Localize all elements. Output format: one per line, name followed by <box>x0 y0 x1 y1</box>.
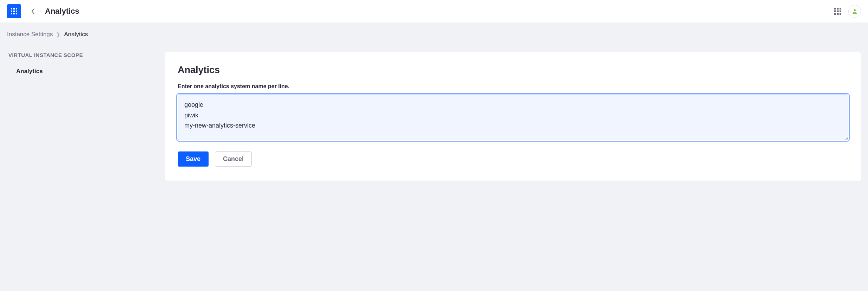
cancel-button[interactable]: Cancel <box>215 151 252 167</box>
logo-grid-icon <box>10 7 18 15</box>
svg-rect-1 <box>13 8 15 9</box>
svg-rect-15 <box>834 13 836 15</box>
svg-rect-10 <box>837 8 839 9</box>
product-logo[interactable] <box>7 4 21 18</box>
svg-rect-7 <box>13 13 15 14</box>
apps-menu-button[interactable] <box>834 7 842 15</box>
user-avatar-button[interactable] <box>848 5 861 18</box>
main-layout: VIRTUAL INSTANCE SCOPE Analytics Analyti… <box>7 52 861 181</box>
svg-rect-17 <box>840 13 841 15</box>
svg-point-18 <box>854 9 856 11</box>
svg-rect-9 <box>834 8 836 9</box>
svg-rect-5 <box>16 11 17 12</box>
topbar-right <box>834 5 861 18</box>
textarea-wrapper <box>178 95 848 142</box>
page-title: Analytics <box>45 7 79 16</box>
breadcrumb-current: Analytics <box>64 31 88 38</box>
back-button[interactable] <box>28 6 38 16</box>
topbar: Analytics <box>0 0 868 22</box>
svg-rect-3 <box>11 11 12 12</box>
apps-grid-icon <box>834 7 842 15</box>
svg-rect-2 <box>16 8 17 9</box>
svg-rect-12 <box>834 11 836 12</box>
breadcrumb-parent[interactable]: Instance Settings <box>7 31 53 38</box>
svg-rect-16 <box>837 13 839 15</box>
content-area: Instance Settings ❯ Analytics VIRTUAL IN… <box>0 22 868 195</box>
analytics-names-textarea[interactable] <box>178 95 848 140</box>
chevron-left-icon <box>31 8 35 14</box>
sidebar: VIRTUAL INSTANCE SCOPE Analytics <box>7 52 154 75</box>
svg-rect-13 <box>837 11 839 12</box>
topbar-left: Analytics <box>7 4 79 18</box>
svg-rect-0 <box>11 8 12 9</box>
user-icon <box>851 8 858 14</box>
card-title: Analytics <box>178 65 848 76</box>
svg-rect-4 <box>13 11 15 12</box>
button-row: Save Cancel <box>178 151 848 167</box>
save-button[interactable]: Save <box>178 151 209 167</box>
svg-rect-8 <box>16 13 17 14</box>
svg-rect-11 <box>840 8 841 9</box>
sidebar-section-heading: VIRTUAL INSTANCE SCOPE <box>8 52 154 58</box>
chevron-right-icon: ❯ <box>56 32 60 37</box>
svg-rect-14 <box>840 11 841 12</box>
svg-rect-6 <box>11 13 12 14</box>
breadcrumb: Instance Settings ❯ Analytics <box>7 31 861 38</box>
field-label: Enter one analytics system name per line… <box>178 83 848 90</box>
settings-card: Analytics Enter one analytics system nam… <box>165 52 861 181</box>
sidebar-item-analytics[interactable]: Analytics <box>8 68 154 75</box>
